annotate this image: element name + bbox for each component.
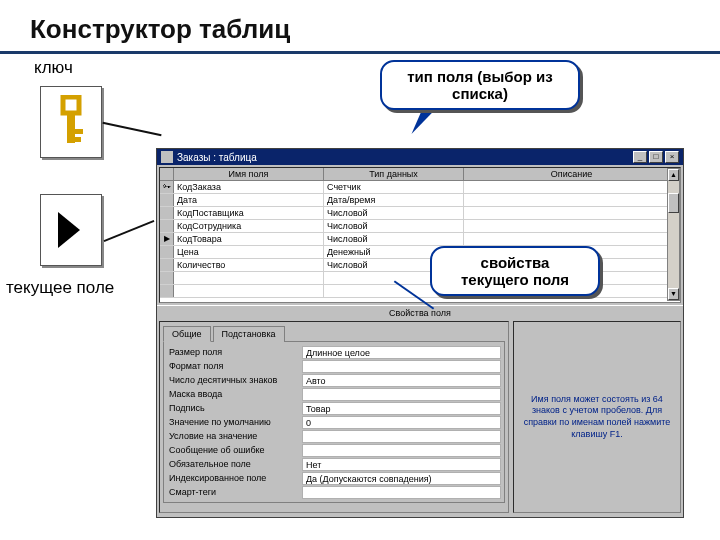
field-design-grid[interactable]: Имя поля Тип данных Описание 🗝КодЗаказаС… bbox=[159, 167, 681, 303]
field-name-cell[interactable]: Количество bbox=[174, 259, 324, 271]
field-name-cell[interactable]: КодСотрудника bbox=[174, 220, 324, 232]
row-selector[interactable]: ▶ bbox=[160, 233, 174, 245]
property-value[interactable] bbox=[302, 430, 501, 443]
callout-field-props: свойства текущего поля bbox=[430, 246, 600, 296]
window-icon bbox=[161, 151, 173, 163]
key-icon-callout bbox=[40, 86, 102, 158]
svg-marker-4 bbox=[58, 212, 80, 248]
property-label: Формат поля bbox=[167, 361, 302, 371]
current-row-icon-callout bbox=[40, 194, 102, 266]
property-label: Маска ввода bbox=[167, 389, 302, 399]
key-icon bbox=[53, 95, 89, 149]
property-value[interactable]: Нет bbox=[302, 458, 501, 471]
table-row[interactable] bbox=[160, 272, 680, 285]
property-label: Сообщение об ошибке bbox=[167, 445, 302, 455]
property-label: Размер поля bbox=[167, 347, 302, 357]
callout-connector bbox=[102, 122, 161, 136]
property-value[interactable]: Длинное целое bbox=[302, 346, 501, 359]
scroll-thumb[interactable] bbox=[668, 193, 679, 213]
row-selector[interactable] bbox=[160, 194, 174, 206]
vertical-scrollbar[interactable]: ▲ ▼ bbox=[667, 168, 680, 301]
col-header-desc[interactable]: Описание bbox=[464, 168, 680, 180]
svg-rect-1 bbox=[67, 113, 75, 143]
col-header-type[interactable]: Тип данных bbox=[324, 168, 464, 180]
window-title: Заказы : таблица bbox=[177, 152, 257, 163]
field-name-cell[interactable]: КодПоставщика bbox=[174, 207, 324, 219]
field-type-cell[interactable]: Числовой bbox=[324, 220, 464, 232]
property-value[interactable] bbox=[302, 360, 501, 373]
table-row[interactable]: 🗝КодЗаказаСчетчик bbox=[160, 181, 680, 194]
row-selector[interactable] bbox=[160, 207, 174, 219]
property-row: Число десятичных знаковАвто bbox=[167, 373, 501, 387]
property-label: Смарт-теги bbox=[167, 487, 302, 497]
field-type-cell[interactable]: Дата/время bbox=[324, 194, 464, 206]
property-row: Размер поляДлинное целое bbox=[167, 345, 501, 359]
property-row: Смарт-теги bbox=[167, 485, 501, 499]
property-row: Индексированное полеДа (Допускаются совп… bbox=[167, 471, 501, 485]
svg-rect-2 bbox=[75, 129, 83, 134]
slide-title: Конструктор таблиц bbox=[0, 0, 720, 54]
property-value[interactable] bbox=[302, 486, 501, 499]
close-button[interactable]: × bbox=[665, 151, 679, 163]
table-row[interactable]: КоличествоЧисловой bbox=[160, 259, 680, 272]
property-row: Условие на значение bbox=[167, 429, 501, 443]
minimize-button[interactable]: _ bbox=[633, 151, 647, 163]
maximize-button[interactable]: □ bbox=[649, 151, 663, 163]
property-row: Маска ввода bbox=[167, 387, 501, 401]
field-type-cell[interactable]: Числовой bbox=[324, 233, 464, 245]
field-type-cell[interactable]: Счетчик bbox=[324, 181, 464, 193]
table-row[interactable]: ДатаДата/время bbox=[160, 194, 680, 207]
field-desc-cell[interactable] bbox=[464, 233, 680, 245]
label-key: ключ bbox=[34, 58, 73, 78]
property-value[interactable]: Авто bbox=[302, 374, 501, 387]
table-row[interactable]: ▶КодТовараЧисловой bbox=[160, 233, 680, 246]
property-row: Формат поля bbox=[167, 359, 501, 373]
callout-connector bbox=[104, 220, 155, 242]
hint-panel: Имя поля может состоять из 64 знаков с у… bbox=[513, 321, 681, 513]
property-row: ПодписьТовар bbox=[167, 401, 501, 415]
field-desc-cell[interactable] bbox=[464, 220, 680, 232]
field-name-cell[interactable] bbox=[174, 272, 324, 284]
field-name-cell[interactable] bbox=[174, 285, 324, 297]
field-name-cell[interactable]: КодЗаказа bbox=[174, 181, 324, 193]
property-value[interactable] bbox=[302, 388, 501, 401]
field-name-cell[interactable]: Цена bbox=[174, 246, 324, 258]
tab-lookup[interactable]: Подстановка bbox=[213, 326, 285, 342]
tab-general[interactable]: Общие bbox=[163, 326, 211, 342]
table-row[interactable]: ЦенаДенежный bbox=[160, 246, 680, 259]
field-name-cell[interactable]: Дата bbox=[174, 194, 324, 206]
row-selector[interactable] bbox=[160, 272, 174, 284]
field-properties-panel: Общие Подстановка Размер поляДлинное цел… bbox=[159, 321, 509, 513]
table-row[interactable]: КодПоставщикаЧисловой bbox=[160, 207, 680, 220]
field-desc-cell[interactable] bbox=[464, 181, 680, 193]
property-label: Условие на значение bbox=[167, 431, 302, 441]
grid-header: Имя поля Тип данных Описание bbox=[160, 168, 680, 181]
table-row[interactable]: КодСотрудникаЧисловой bbox=[160, 220, 680, 233]
table-row[interactable] bbox=[160, 285, 680, 298]
property-value[interactable]: Товар bbox=[302, 402, 501, 415]
field-desc-cell[interactable] bbox=[464, 207, 680, 219]
scroll-down-icon[interactable]: ▼ bbox=[668, 288, 679, 300]
properties-section-label: Свойства поля bbox=[157, 305, 683, 319]
property-row: Значение по умолчанию0 bbox=[167, 415, 501, 429]
property-value[interactable]: 0 bbox=[302, 416, 501, 429]
property-value[interactable] bbox=[302, 444, 501, 457]
property-label: Подпись bbox=[167, 403, 302, 413]
field-type-cell[interactable]: Числовой bbox=[324, 207, 464, 219]
svg-rect-0 bbox=[63, 97, 79, 113]
property-label: Индексированное поле bbox=[167, 473, 302, 483]
row-selector[interactable] bbox=[160, 246, 174, 258]
property-value[interactable]: Да (Допускаются совпадения) bbox=[302, 472, 501, 485]
row-selector[interactable] bbox=[160, 220, 174, 232]
row-selector[interactable] bbox=[160, 285, 174, 297]
field-desc-cell[interactable] bbox=[464, 194, 680, 206]
row-selector[interactable]: 🗝 bbox=[160, 181, 174, 193]
property-row: Обязательное полеНет bbox=[167, 457, 501, 471]
field-name-cell[interactable]: КодТовара bbox=[174, 233, 324, 245]
col-header-name[interactable]: Имя поля bbox=[174, 168, 324, 180]
row-selector[interactable] bbox=[160, 259, 174, 271]
access-table-designer-window: Заказы : таблица _ □ × Имя поля Тип данн… bbox=[156, 148, 684, 518]
scroll-up-icon[interactable]: ▲ bbox=[668, 169, 679, 181]
label-current-field: текущее поле bbox=[6, 278, 114, 298]
window-titlebar[interactable]: Заказы : таблица _ □ × bbox=[157, 149, 683, 165]
